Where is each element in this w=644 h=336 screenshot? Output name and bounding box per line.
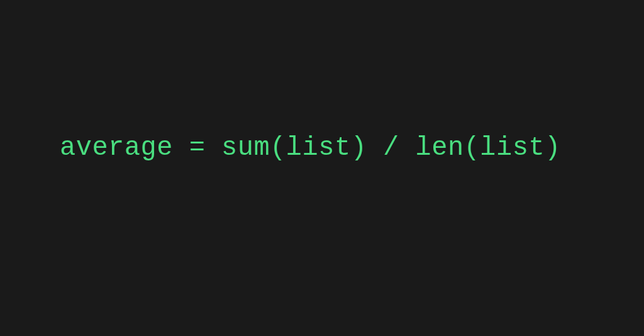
code-snippet: average = sum(list) / len(list): [0, 133, 561, 163]
